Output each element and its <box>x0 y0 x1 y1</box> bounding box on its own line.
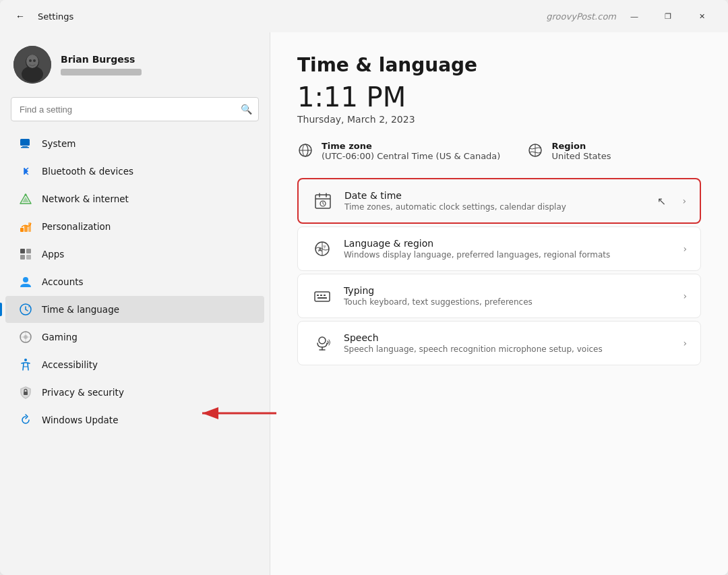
date-time-title: Date & time <box>344 190 646 201</box>
sidebar: Brian Burgess 🔍 <box>0 32 270 575</box>
speech-title: Speech <box>344 332 672 343</box>
current-date: Thursday, March 2, 2023 <box>297 114 701 125</box>
svg-rect-43 <box>317 295 319 296</box>
settings-item-language[interactable]: A 字 Language & region Windows display la… <box>297 226 701 271</box>
sidebar-item-apps[interactable]: Apps <box>5 241 264 268</box>
region-text: Region United States <box>551 141 611 161</box>
search-box: 🔍 <box>11 97 259 121</box>
system-icon <box>19 137 32 150</box>
region-label: Region <box>551 141 611 151</box>
maximize-button[interactable]: ❐ <box>653 5 684 27</box>
sidebar-label-network: Network & internet <box>42 193 129 204</box>
sidebar-item-accounts[interactable]: Accounts <box>5 268 264 295</box>
sidebar-item-network[interactable]: Network & internet <box>5 185 264 212</box>
update-icon <box>19 413 32 427</box>
sidebar-label-accounts: Accounts <box>42 276 84 287</box>
back-button[interactable]: ← <box>11 7 30 26</box>
typing-icon <box>311 286 333 305</box>
timezone-icon <box>297 142 313 162</box>
search-input[interactable] <box>11 97 259 121</box>
network-icon <box>19 192 32 206</box>
personalization-icon <box>19 220 32 233</box>
privacy-icon <box>19 386 32 399</box>
svg-rect-17 <box>20 255 25 260</box>
settings-item-typing[interactable]: Typing Touch keyboard, text suggestions,… <box>297 274 701 318</box>
date-time-icon <box>312 191 334 210</box>
speech-text: Speech Speech language, speech recogniti… <box>344 332 672 354</box>
minimize-button[interactable]: — <box>619 5 650 27</box>
svg-rect-16 <box>26 249 31 253</box>
sidebar-label-update: Windows Update <box>42 415 118 425</box>
sidebar-item-time[interactable]: A Time & language <box>5 296 264 323</box>
svg-point-4 <box>29 59 32 62</box>
svg-rect-12 <box>20 228 24 232</box>
svg-rect-46 <box>317 297 327 299</box>
language-icon: A 字 <box>311 239 333 258</box>
sidebar-item-bluetooth[interactable]: Bluetooth & devices <box>5 158 264 185</box>
date-time-desc: Time zones, automatic clock settings, ca… <box>344 202 646 212</box>
bluetooth-icon <box>19 164 32 178</box>
apps-icon <box>19 247 32 261</box>
timezone-label: Time zone <box>322 141 500 151</box>
close-button[interactable]: ✕ <box>686 5 717 27</box>
search-icon: 🔍 <box>241 104 252 115</box>
typing-text: Typing Touch keyboard, text suggestions,… <box>344 285 672 307</box>
typing-title: Typing <box>344 285 672 296</box>
avatar <box>13 46 51 84</box>
watermark-text: groovyPost.com <box>546 11 616 22</box>
speech-desc: Speech language, speech recognition micr… <box>344 344 672 354</box>
cursor-icon: ↖ <box>657 195 666 208</box>
sidebar-label-bluetooth: Bluetooth & devices <box>42 166 133 177</box>
date-time-text: Date & time Time zones, automatic clock … <box>344 190 646 212</box>
user-info: Brian Burgess <box>61 54 142 75</box>
speech-icon <box>311 334 333 353</box>
svg-rect-6 <box>20 139 30 146</box>
svg-point-5 <box>33 59 36 62</box>
svg-point-19 <box>23 277 28 282</box>
arrow-annotation <box>195 401 283 428</box>
language-desc: Windows display language, preferred lang… <box>344 250 672 260</box>
svg-rect-27 <box>24 392 28 395</box>
timezone-card: Time zone (UTC-06:00) Central Time (US &… <box>297 141 500 162</box>
main-content: Time & language 1:11 PM Thursday, March … <box>270 32 728 575</box>
svg-rect-18 <box>26 255 31 260</box>
svg-text:A: A <box>28 304 31 308</box>
svg-rect-44 <box>320 295 322 296</box>
sidebar-item-personalization[interactable]: Personalization <box>5 213 264 240</box>
speech-chevron: › <box>683 338 687 349</box>
time-icon: A <box>19 303 32 316</box>
accessibility-icon <box>19 358 32 371</box>
svg-text:A: A <box>318 247 322 253</box>
user-email-blurred <box>61 69 142 75</box>
svg-point-26 <box>24 359 27 361</box>
sidebar-label-apps: Apps <box>42 249 64 260</box>
language-chevron: › <box>683 243 687 254</box>
sidebar-label-accessibility: Accessibility <box>42 359 98 370</box>
language-title: Language & region <box>344 238 672 249</box>
content-area: Brian Burgess 🔍 <box>0 32 728 575</box>
sidebar-label-personalization: Personalization <box>42 221 111 232</box>
language-text: Language & region Windows display langua… <box>344 238 672 260</box>
user-name: Brian Burgess <box>61 54 142 65</box>
sidebar-item-accessibility[interactable]: Accessibility <box>5 351 264 378</box>
region-value: United States <box>551 151 611 161</box>
sidebar-item-system[interactable]: System <box>5 130 264 157</box>
svg-rect-42 <box>315 292 330 301</box>
svg-point-11 <box>25 194 27 196</box>
svg-rect-45 <box>324 295 326 296</box>
settings-window: ← Settings groovyPost.com — ❐ ✕ <box>0 0 728 575</box>
accounts-icon <box>19 275 32 289</box>
typing-desc: Touch keyboard, text suggestions, prefer… <box>344 297 672 307</box>
region-icon <box>527 142 543 162</box>
info-row: Time zone (UTC-06:00) Central Time (US &… <box>297 141 701 162</box>
page-title: Time & language <box>297 54 701 76</box>
settings-item-speech[interactable]: Speech Speech language, speech recogniti… <box>297 321 701 365</box>
svg-rect-8 <box>21 147 29 148</box>
user-profile: Brian Burgess <box>0 38 270 94</box>
gaming-icon <box>19 330 32 344</box>
settings-list: Date & time Time zones, automatic clock … <box>297 178 701 365</box>
settings-item-date-time[interactable]: Date & time Time zones, automatic clock … <box>297 178 701 224</box>
sidebar-item-gaming[interactable]: Gaming <box>5 324 264 351</box>
window-title: Settings <box>38 11 73 22</box>
typing-chevron: › <box>683 291 687 301</box>
